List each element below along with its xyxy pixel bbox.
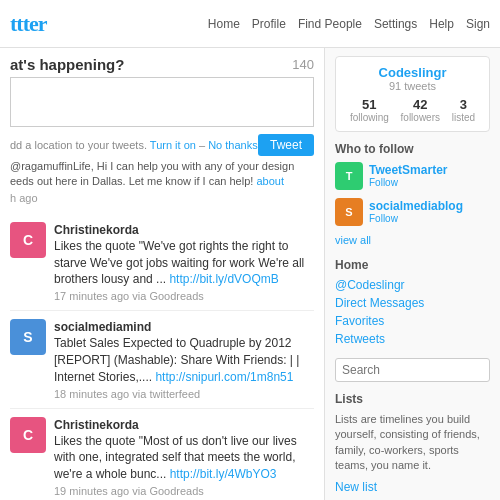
feed-text: Likes the quote "We've got rights the ri… [54,238,314,288]
tweet-button[interactable]: Tweet [258,134,314,156]
tweet-question-text: at's happening? [10,56,124,73]
main-nav: Home Profile Find People Settings Help S… [208,17,490,31]
follow-avatar: T [335,162,363,190]
tweet-actions: dd a location to your tweets. Turn it on… [10,134,314,156]
home-link-favorites[interactable]: Favorites [335,314,490,328]
feed-text: Tablet Sales Expected to Quadruple by 20… [54,335,314,385]
feed-content: Christinekorda Likes the quote "Most of … [54,417,314,497]
view-all-link[interactable]: view all [335,234,490,246]
tweet-feed: C Christinekorda Likes the quote "We've … [10,214,314,500]
tweet-question-row: at's happening? 140 [10,56,314,73]
follow-button[interactable]: Follow [369,177,447,188]
listed-count: 3 [452,97,475,112]
home-section: Home @Codeslingr Direct Messages Favorit… [335,258,490,346]
profile-stats: 51 following 42 followers 3 listed [344,97,481,123]
nav-home[interactable]: Home [208,17,240,31]
nav-help[interactable]: Help [429,17,454,31]
profile-name[interactable]: Codeslingr [344,65,481,80]
feed-content: Christinekorda Likes the quote "We've go… [54,222,314,302]
follow-button[interactable]: Follow [369,213,463,224]
nav-settings[interactable]: Settings [374,17,417,31]
time-since: h ago [10,192,314,204]
feed-link[interactable]: http://bit.ly/dVOQmB [169,272,278,286]
listed-label: listed [452,112,475,123]
feed-meta: 19 minutes ago via Goodreads [54,485,314,497]
home-title: Home [335,258,490,272]
feed-item: C Christinekorda Likes the quote "Most o… [10,409,314,500]
avatar: C [10,417,46,453]
nav-find-people[interactable]: Find People [298,17,362,31]
feed-link[interactable]: http://bit.ly/4WbYO3 [170,467,277,481]
follow-avatar: S [335,198,363,226]
feed-item: C Christinekorda Likes the quote "We've … [10,214,314,311]
stat-listed: 3 listed [452,97,475,123]
turn-on-link[interactable]: Turn it on [150,139,196,151]
char-counter: 140 [292,57,314,72]
about-link[interactable]: about [256,175,284,187]
followers-label: followers [401,112,440,123]
feed-meta: 18 minutes ago via twitterfeed [54,388,314,400]
following-count: 51 [350,97,389,112]
home-link-direct-messages[interactable]: Direct Messages [335,296,490,310]
no-thanks-link[interactable]: No thanks [208,139,258,151]
feed-username[interactable]: Christinekorda [54,418,139,432]
lists-description: Lists are timelines you build yourself, … [335,412,490,474]
nav-sign[interactable]: Sign [466,17,490,31]
follow-item: T TweetSmarter Follow [335,162,490,190]
twitter-logo: ttter [10,11,47,37]
tweet-input[interactable] [10,77,314,127]
follow-info: TweetSmarter Follow [369,162,447,188]
feed-username[interactable]: Christinekorda [54,223,139,237]
nav-profile[interactable]: Profile [252,17,286,31]
feed-item: S socialmediamind Tablet Sales Expected … [10,311,314,408]
search-input[interactable] [335,358,490,382]
new-list-link[interactable]: New list [335,480,377,494]
followers-count: 42 [401,97,440,112]
lists-section: Lists Lists are timelines you build your… [335,392,490,494]
profile-box: Codeslingr 91 tweets 51 following 42 fol… [335,56,490,132]
profile-tweets: 91 tweets [344,80,481,92]
follow-item: S socialmediablog Follow [335,198,490,226]
avatar: C [10,222,46,258]
avatar: S [10,319,46,355]
stat-followers: 42 followers [401,97,440,123]
feed-text: Likes the quote "Most of us don't live o… [54,433,314,483]
feed-username[interactable]: socialmediamind [54,320,151,334]
location-text: dd a location to your tweets. Turn it on… [10,139,258,151]
center-column: at's happening? 140 dd a location to you… [0,48,325,500]
tweet-box: at's happening? 140 dd a location to you… [10,56,314,204]
home-link-codeslingr[interactable]: @Codeslingr [335,278,490,292]
mention-line: @ragamuffinLife, Hi I can help you with … [10,159,314,190]
who-to-follow-title: Who to follow [335,142,490,156]
header: ttter Home Profile Find People Settings … [0,0,500,48]
following-label: following [350,112,389,123]
feed-meta: 17 minutes ago via Goodreads [54,290,314,302]
lists-title: Lists [335,392,490,406]
who-to-follow-section: Who to follow T TweetSmarter Follow S so… [335,142,490,246]
sidebar: Codeslingr 91 tweets 51 following 42 fol… [325,48,500,500]
feed-content: socialmediamind Tablet Sales Expected to… [54,319,314,399]
feed-link[interactable]: http://snipurl.com/1m8n51 [155,370,293,384]
follow-info: socialmediablog Follow [369,198,463,224]
follow-name[interactable]: socialmediablog [369,199,463,213]
home-link-retweets[interactable]: Retweets [335,332,490,346]
follow-name[interactable]: TweetSmarter [369,163,447,177]
stat-following: 51 following [350,97,389,123]
main-content: at's happening? 140 dd a location to you… [0,48,500,500]
